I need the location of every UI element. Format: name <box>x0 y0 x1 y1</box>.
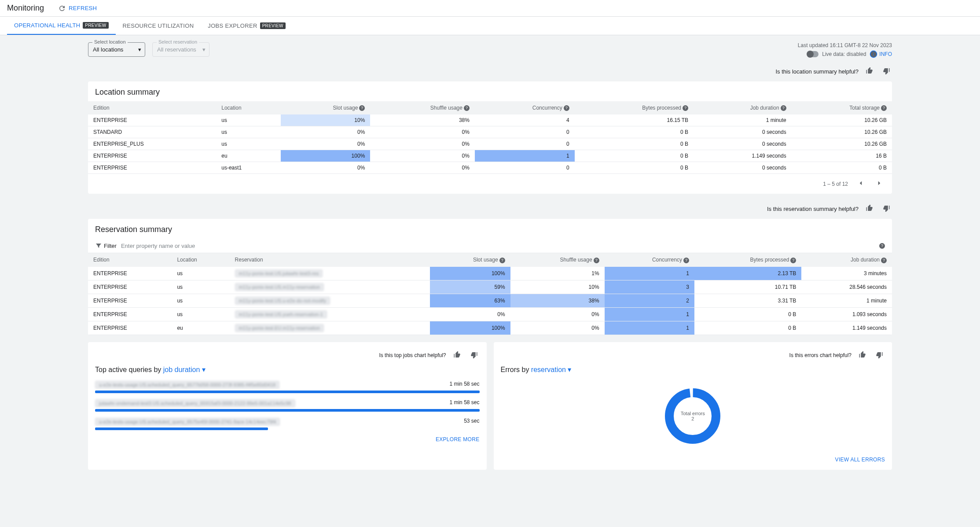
cell-edition: ENTERPRISE <box>88 294 172 307</box>
thumbs-up-button[interactable] <box>864 65 875 78</box>
thumbs-up-button[interactable] <box>451 349 463 362</box>
tab-operational-health[interactable]: OPERATIONAL HEALTHPREVIEW <box>7 17 116 35</box>
help-icon[interactable]: ? <box>594 258 599 263</box>
reservation-summary-panel: Reservation summary Filter ? EditionLoca… <box>88 219 892 335</box>
live-data-toggle[interactable] <box>807 51 819 57</box>
location-summary-panel: Location summary EditionLocationSlot usa… <box>88 81 892 194</box>
help-icon[interactable]: ? <box>790 258 796 263</box>
top-queries-panel: Is this top jobs chart helpful? Top acti… <box>88 342 487 470</box>
table-row[interactable]: ENTERPRISEusm11y-ponix-test.US.jutawhr-t… <box>88 267 892 280</box>
preview-badge: PREVIEW <box>83 22 108 29</box>
cell-edition: ENTERPRISE <box>88 307 172 321</box>
cell-slot: 0% <box>430 307 510 321</box>
help-icon[interactable]: ? <box>564 105 569 111</box>
cell-reservation: m11y-ponix-test.US.jutawhr-test3-res <box>230 267 430 280</box>
refresh-button[interactable]: REFRESH <box>58 4 97 12</box>
query-row: jutawhr-ondemand-test3.US.scheduled_quer… <box>95 399 480 412</box>
column-header: Edition <box>88 253 172 266</box>
dropdown-icon: ▾ <box>138 46 141 53</box>
reservation-chip[interactable]: m11y-ponix-test.EU.m11y-reservation <box>235 324 324 332</box>
cell-storage: 10.26 GB <box>792 114 892 126</box>
thumbs-down-button[interactable] <box>468 349 480 362</box>
filter-input[interactable] <box>121 243 879 249</box>
query-head: u-e2e-tests-usage.US.scheduled_query_657… <box>95 381 480 389</box>
query-row: u-e2e-tests-usage.US.scheduled_query_657… <box>95 418 480 430</box>
table-row[interactable]: ENTERPRISEus-east10%0%00 B0 seconds0 B <box>88 162 892 174</box>
help-icon[interactable]: ? <box>781 105 786 111</box>
query-bar <box>95 391 480 393</box>
cell-location: us <box>216 126 281 138</box>
cell-location: us-east1 <box>216 162 281 174</box>
errors-title: Errors by reservation ▾ <box>501 365 885 374</box>
cell-storage: 16 B <box>792 150 892 162</box>
location-select-wrap: Select location All locations ▾ <box>88 42 145 57</box>
column-header: Job duration? <box>801 253 892 266</box>
info-icon <box>870 50 877 58</box>
thumbs-down-button[interactable] <box>881 65 892 78</box>
help-icon[interactable]: ? <box>683 105 688 111</box>
page-title: Monitoring <box>7 4 44 13</box>
table-row[interactable]: ENTERPRISE_PLUSus0%0%00 B0 seconds10.26 … <box>88 138 892 150</box>
thumbs-up-button[interactable] <box>857 349 868 362</box>
donut-center: Total errors 2 <box>681 411 705 421</box>
cell-shuffle: 0% <box>370 138 475 150</box>
table-row[interactable]: ENTERPRISEeu100%0%10 B1.149 seconds16 B <box>88 150 892 162</box>
live-data-label: Live data: disabled <box>822 51 866 57</box>
location-summary-table: EditionLocationSlot usage?Shuffle usage?… <box>88 101 892 174</box>
next-page-button[interactable] <box>874 177 885 190</box>
explore-more-link[interactable]: EXPLORE MORE <box>95 436 480 442</box>
thumbs-up-button[interactable] <box>864 203 875 215</box>
query-label[interactable]: u-e2e-tests-usage.US.scheduled_query_657… <box>95 381 279 389</box>
job-duration-dropdown[interactable]: job duration ▾ <box>163 366 206 373</box>
prev-page-button[interactable] <box>855 177 866 190</box>
column-header: Shuffle usage? <box>510 253 605 266</box>
cell-edition: ENTERPRISE <box>88 114 216 126</box>
help-icon[interactable]: ? <box>464 105 470 111</box>
query-value: 1 min 58 sec <box>449 399 479 407</box>
reservation-chip[interactable]: m11y-ponix-test.US.yueh-reservation-1 <box>235 310 327 318</box>
info-button[interactable]: INFO <box>870 50 892 58</box>
query-row: u-e2e-tests-usage.US.scheduled_query_657… <box>95 381 480 393</box>
cell-bytes: 16.15 TB <box>575 114 694 126</box>
table-row[interactable]: STANDARDus0%0%00 B0 seconds10.26 GB <box>88 126 892 138</box>
thumbs-down-button[interactable] <box>874 349 885 362</box>
column-header: Slot usage? <box>281 101 370 114</box>
cell-duration: 28.546 seconds <box>801 280 892 294</box>
help-icon[interactable]: ? <box>499 258 505 263</box>
reservation-dropdown[interactable]: reservation ▾ <box>531 366 572 373</box>
table-row[interactable]: ENTERPRISEeum11y-ponix-test.EU.m11y-rese… <box>88 321 892 335</box>
thumbs-down-button[interactable] <box>881 203 892 215</box>
help-icon[interactable]: ? <box>881 105 887 111</box>
reservation-chip[interactable]: m11y-ponix-test.US.jutawhr-test3-res <box>235 269 323 277</box>
query-value: 53 sec <box>464 418 479 426</box>
table-row[interactable]: ENTERPRISEusm11y-ponix-test.US.m11y-rese… <box>88 280 892 294</box>
cell-slot: 59% <box>430 280 510 294</box>
help-icon[interactable]: ? <box>881 258 887 263</box>
reservation-chip[interactable]: m11y-ponix-test.US.m11y-reservation <box>235 283 324 291</box>
help-icon[interactable]: ? <box>879 243 885 249</box>
help-icon[interactable]: ? <box>683 258 689 263</box>
query-value: 1 min 58 sec <box>449 381 479 389</box>
view-all-errors-link[interactable]: VIEW ALL ERRORS <box>501 457 885 463</box>
table-row[interactable]: ENTERPRISEusm11y-ponix-test.US.yueh-rese… <box>88 307 892 321</box>
cell-shuffle: 38% <box>510 294 605 307</box>
query-label[interactable]: u-e2e-tests-usage.US.scheduled_query_657… <box>95 418 280 426</box>
cell-reservation: m11y-ponix-test.US.m11y-reservation <box>230 280 430 294</box>
query-label[interactable]: jutawhr-ondemand-test3.US.scheduled_quer… <box>95 399 295 407</box>
cell-duration: 0 seconds <box>694 138 792 150</box>
cell-storage: 10.26 GB <box>792 126 892 138</box>
column-header: Concurrency? <box>605 253 694 266</box>
table-row[interactable]: ENTERPRISEusm11y-ponix-test.US.u-e2e-do-… <box>88 294 892 307</box>
query-bar <box>95 409 480 412</box>
cell-slot: 0% <box>281 138 370 150</box>
cell-conc: 4 <box>475 114 575 126</box>
table-row[interactable]: ENTERPRISEus10%38%416.15 TB1 minute10.26… <box>88 114 892 126</box>
help-icon[interactable]: ? <box>359 105 365 111</box>
tab-jobs-explorer[interactable]: JOBS EXPLORERPREVIEW <box>201 17 293 35</box>
reservation-feedback: Is this reservation summary helpful? <box>0 201 980 219</box>
cell-reservation: m11y-ponix-test.EU.m11y-reservation <box>230 321 430 335</box>
tab-resource-utilization[interactable]: RESOURCE UTILIZATION <box>116 17 201 35</box>
query-head: jutawhr-ondemand-test3.US.scheduled_quer… <box>95 399 480 407</box>
reservation-chip[interactable]: m11y-ponix-test.US.u-e2e-do-not-modify <box>235 297 330 305</box>
location-select-value: All locations <box>93 46 123 53</box>
